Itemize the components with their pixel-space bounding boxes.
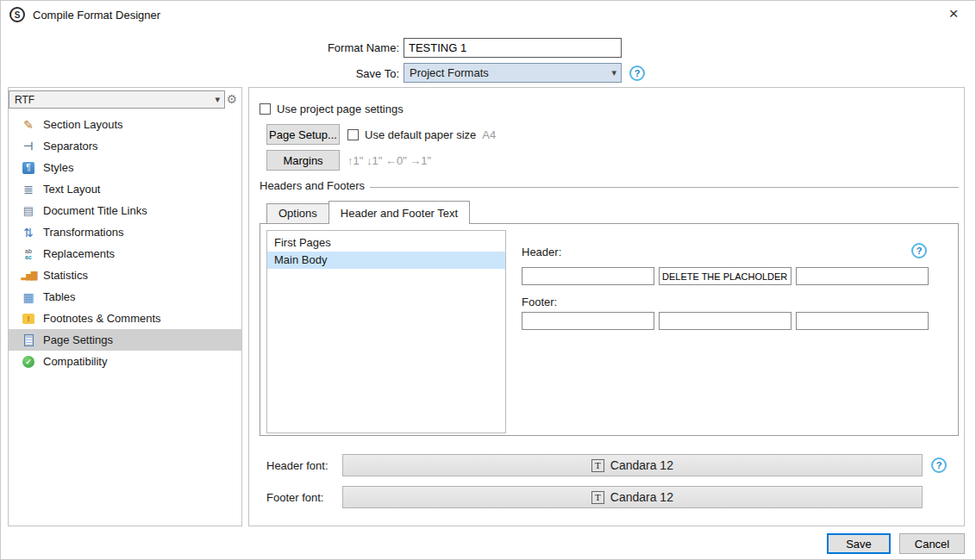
font-icon: T <box>591 459 604 472</box>
sidebar-item-label: Footnotes & Comments <box>43 312 161 325</box>
replacements-icon: abac <box>25 248 32 260</box>
sidebar-item-text-layout[interactable]: ≣ Text Layout <box>9 178 241 200</box>
sidebar-item-label: Transformations <box>43 226 123 239</box>
page-setup-button[interactable]: Page Setup... <box>266 124 340 145</box>
header-left-input[interactable] <box>522 267 654 285</box>
sidebar-item-page-settings[interactable]: Page Settings <box>9 329 241 351</box>
headers-footers-group-title: Headers and Footers <box>260 179 370 192</box>
format-name-label: Format Name: <box>244 41 399 54</box>
sidebar-item-document-title-links[interactable]: ▤ Document Title Links <box>9 200 241 221</box>
transformations-icon: ⇅ <box>21 227 36 239</box>
footer-font-button[interactable]: T Candara 12 <box>342 486 923 508</box>
page-icon <box>24 334 34 346</box>
sidebar-item-styles[interactable]: ¶ Styles <box>9 157 241 178</box>
save-to-help-icon[interactable]: ? <box>629 65 645 81</box>
sidebar-item-label: Section Layouts <box>43 118 123 131</box>
paper-size-value: A4 <box>482 128 496 141</box>
header-label: Header: <box>522 246 561 258</box>
tab-header-and-footer-text[interactable]: Header and Footer Text <box>328 201 470 224</box>
sidebar-item-label: Styles <box>43 161 73 174</box>
use-project-page-settings-checkbox[interactable] <box>260 103 271 115</box>
statistics-icon: ▂▅▇ <box>21 270 36 282</box>
sidebar-item-tables[interactable]: ▦ Tables <box>9 286 241 308</box>
check-circle-icon: ✓ <box>22 356 34 368</box>
header-right-input[interactable] <box>796 267 929 285</box>
footer-label: Footer: <box>522 296 557 308</box>
sidebar-item-label: Replacements <box>43 247 115 260</box>
window-title: Compile Format Designer <box>33 9 160 22</box>
use-default-paper-size-checkbox[interactable] <box>347 129 359 140</box>
header-font-button[interactable]: T Candara 12 <box>342 454 923 476</box>
headers-footers-group: Headers and Footers <box>260 179 959 192</box>
font-icon: T <box>591 491 604 504</box>
styles-icon: ¶ <box>22 162 34 174</box>
save-button[interactable]: Save <box>827 533 891 554</box>
header-font-value: Candara 12 <box>610 458 673 472</box>
sidebar-item-transformations[interactable]: ⇅ Transformations <box>9 221 241 243</box>
footer-font-value: Candara 12 <box>610 490 673 504</box>
list-item-main-body[interactable]: Main Body <box>267 252 505 269</box>
sidebar-item-label: Statistics <box>43 269 88 282</box>
scrivener-logo-icon: S <box>9 7 25 22</box>
list-item-first-pages[interactable]: First Pages <box>267 234 505 252</box>
sidebar-item-footnotes-comments[interactable]: ! Footnotes & Comments <box>9 308 241 329</box>
page-group-list: First Pages Main Body <box>266 230 506 433</box>
separator-icon: ⊣ <box>21 140 36 152</box>
footer-left-input[interactable] <box>522 312 654 330</box>
sidebar-item-replacements[interactable]: abac Replacements <box>9 243 241 264</box>
sidebar-item-compatibility[interactable]: ✓ Compatibility <box>9 351 241 372</box>
use-default-paper-size-label: Use default paper size <box>365 128 476 141</box>
footer-font-label: Footer font: <box>266 491 323 504</box>
header-center-input[interactable] <box>659 267 791 285</box>
compile-format-designer-window: S Compile Format Designer × Format Name:… <box>0 0 976 560</box>
page-settings-panel: Use project page settings Page Setup... … <box>248 87 965 526</box>
use-project-page-settings-label: Use project page settings <box>277 103 404 115</box>
format-name-input[interactable] <box>404 38 622 58</box>
margins-button[interactable]: Margins <box>266 150 340 171</box>
header-font-label: Header font: <box>266 459 328 472</box>
close-icon[interactable]: × <box>944 4 963 23</box>
use-project-page-settings-row: Use project page settings <box>260 103 404 115</box>
sidebar-item-statistics[interactable]: ▂▅▇ Statistics <box>9 264 241 286</box>
text-layout-icon: ≣ <box>21 184 36 196</box>
file-format-dropdown[interactable]: RTF ▾ <box>9 90 225 109</box>
file-format-value: RTF <box>15 94 34 106</box>
sidebar-item-separators[interactable]: ⊣ Separators <box>9 135 241 157</box>
use-default-paper-size-row: Use default paper size A4 <box>347 128 496 141</box>
document-links-icon: ▤ <box>21 205 36 217</box>
margins-values: ↑1" ↓1" ←0" →1" <box>347 154 431 167</box>
chevron-down-icon: ▾ <box>215 94 220 105</box>
brush-icon: ✎ <box>21 119 36 131</box>
save-to-dropdown[interactable]: Project Formats ▾ <box>404 63 622 83</box>
footer-center-input[interactable] <box>659 312 791 330</box>
save-to-label: Save To: <box>244 67 399 80</box>
sidebar-item-label: Separators <box>43 140 98 152</box>
font-help-icon[interactable]: ? <box>931 457 947 473</box>
sidebar: RTF ▾ ⚙ ✎ Section Layouts ⊣ Separators ¶… <box>8 87 242 526</box>
sidebar-item-label: Compatibility <box>43 355 107 368</box>
save-to-value: Project Formats <box>410 66 489 79</box>
tables-icon: ▦ <box>21 291 36 303</box>
sidebar-nav-list: ✎ Section Layouts ⊣ Separators ¶ Styles … <box>9 114 241 372</box>
tab-options[interactable]: Options <box>266 203 329 223</box>
gear-icon[interactable]: ⚙ <box>226 92 237 106</box>
title-bar: S Compile Format Designer × <box>1 1 975 28</box>
group-divider <box>370 187 959 188</box>
sidebar-item-label: Tables <box>43 290 76 303</box>
cancel-button[interactable]: Cancel <box>899 533 965 554</box>
headers-footers-tabbar: Options Header and Footer Text <box>266 201 470 224</box>
sidebar-item-label: Text Layout <box>43 183 101 196</box>
sidebar-item-section-layouts[interactable]: ✎ Section Layouts <box>9 114 241 135</box>
header-footer-help-icon[interactable]: ? <box>911 243 927 258</box>
sidebar-item-label: Page Settings <box>43 333 113 346</box>
chevron-down-icon: ▾ <box>611 67 616 78</box>
footer-right-input[interactable] <box>796 312 929 330</box>
sidebar-item-label: Document Title Links <box>43 204 147 217</box>
comment-icon: ! <box>22 314 34 324</box>
